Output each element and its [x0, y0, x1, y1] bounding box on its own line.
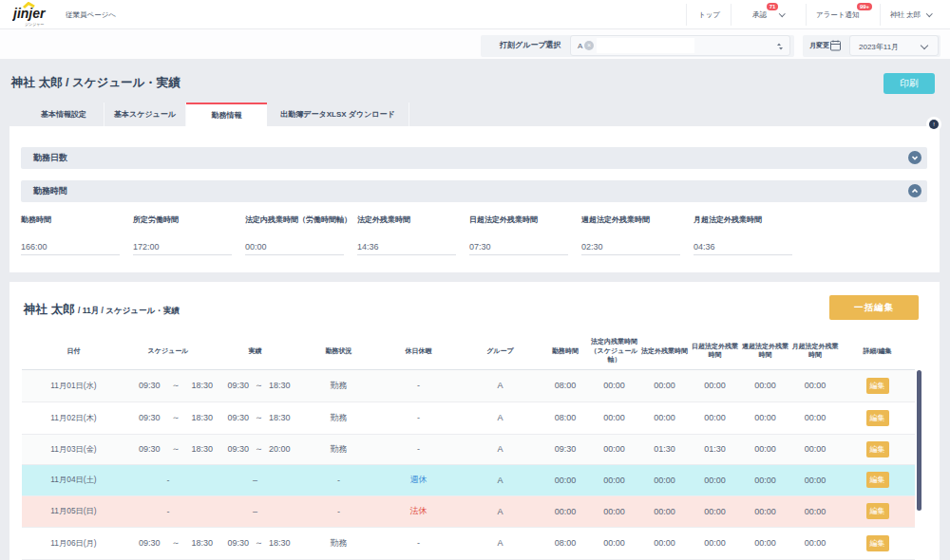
svg-text:ジンジャー: ジンジャー — [25, 22, 44, 27]
svg-text:jinjer: jinjer — [12, 6, 47, 21]
